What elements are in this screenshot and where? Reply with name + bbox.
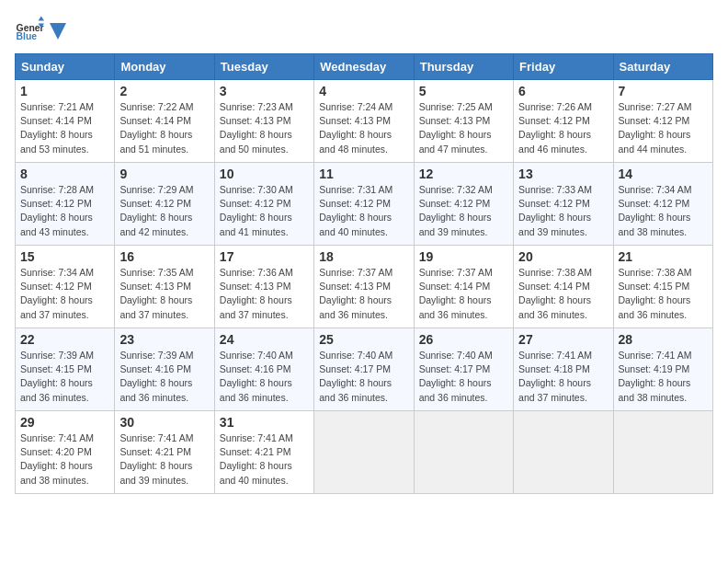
day-number: 4 [319,84,408,98]
day-info: Sunrise: 7:34 AMSunset: 4:12 PMDaylight:… [20,267,94,320]
day-number: 1 [20,84,109,98]
day-number: 15 [20,249,109,264]
day-number: 13 [518,167,608,181]
calendar-cell: 4 Sunrise: 7:24 AMSunset: 4:13 PMDayligh… [314,80,414,163]
day-number: 7 [619,84,708,98]
calendar-week-row: 15 Sunrise: 7:34 AMSunset: 4:12 PMDaylig… [16,246,713,328]
calendar-header-saturday: Saturday [613,54,712,80]
calendar-table: SundayMondayTuesdayWednesdayThursdayFrid… [15,53,713,494]
calendar-cell: 31 Sunrise: 7:41 AMSunset: 4:21 PMDaylig… [214,411,313,494]
day-number: 14 [619,167,708,181]
calendar-week-row: 1 Sunrise: 7:21 AMSunset: 4:14 PMDayligh… [16,80,713,163]
day-info: Sunrise: 7:30 AMSunset: 4:12 PMDaylight:… [220,184,293,237]
calendar-cell: 3 Sunrise: 7:23 AMSunset: 4:13 PMDayligh… [214,80,313,163]
day-info: Sunrise: 7:27 AMSunset: 4:12 PMDaylight:… [619,101,692,155]
day-info: Sunrise: 7:35 AMSunset: 4:13 PMDaylight:… [119,267,193,320]
calendar-cell: 20 Sunrise: 7:38 AMSunset: 4:14 PMDaylig… [514,246,613,328]
page-header: General Blue [15,15,713,44]
day-info: Sunrise: 7:41 AMSunset: 4:19 PMDaylight:… [619,350,692,403]
day-info: Sunrise: 7:31 AMSunset: 4:12 PMDaylight:… [319,184,392,237]
day-number: 19 [419,249,508,264]
day-number: 8 [20,167,109,181]
calendar-cell: 14 Sunrise: 7:34 AMSunset: 4:12 PMDaylig… [613,163,712,246]
calendar-cell: 5 Sunrise: 7:25 AMSunset: 4:13 PMDayligh… [414,80,513,163]
day-info: Sunrise: 7:38 AMSunset: 4:15 PMDaylight:… [619,267,692,320]
calendar-cell: 6 Sunrise: 7:26 AMSunset: 4:12 PMDayligh… [514,80,613,163]
calendar-header-sunday: Sunday [16,54,115,80]
day-info: Sunrise: 7:33 AMSunset: 4:12 PMDaylight:… [518,184,592,237]
calendar-cell: 18 Sunrise: 7:37 AMSunset: 4:13 PMDaylig… [314,246,414,328]
day-number: 27 [518,332,608,347]
calendar-week-row: 8 Sunrise: 7:28 AMSunset: 4:12 PMDayligh… [16,163,713,246]
calendar-cell: 17 Sunrise: 7:36 AMSunset: 4:13 PMDaylig… [214,246,313,328]
day-info: Sunrise: 7:40 AMSunset: 4:17 PMDaylight:… [319,350,392,403]
calendar-cell [514,411,613,494]
day-info: Sunrise: 7:26 AMSunset: 4:12 PMDaylight:… [518,101,592,155]
day-number: 10 [220,167,309,181]
calendar-cell [314,411,414,494]
calendar-header-friday: Friday [514,54,613,80]
calendar-header-tuesday: Tuesday [214,54,313,80]
calendar-header-monday: Monday [115,54,214,80]
day-number: 17 [220,249,309,264]
day-info: Sunrise: 7:41 AMSunset: 4:21 PMDaylight:… [220,432,293,486]
day-info: Sunrise: 7:40 AMSunset: 4:16 PMDaylight:… [220,350,293,403]
day-info: Sunrise: 7:21 AMSunset: 4:14 PMDaylight:… [20,101,94,155]
day-number: 16 [119,249,209,264]
day-number: 24 [220,332,309,347]
calendar-cell: 9 Sunrise: 7:29 AMSunset: 4:12 PMDayligh… [115,163,214,246]
day-number: 6 [518,84,608,98]
svg-text:Blue: Blue [17,31,38,41]
day-info: Sunrise: 7:25 AMSunset: 4:13 PMDaylight:… [419,101,493,155]
calendar-header-thursday: Thursday [414,54,513,80]
calendar-cell: 25 Sunrise: 7:40 AMSunset: 4:17 PMDaylig… [314,328,414,411]
calendar-cell: 10 Sunrise: 7:30 AMSunset: 4:12 PMDaylig… [214,163,313,246]
day-info: Sunrise: 7:37 AMSunset: 4:13 PMDaylight:… [319,267,392,320]
logo: General Blue [15,15,68,44]
day-info: Sunrise: 7:39 AMSunset: 4:15 PMDaylight:… [20,350,94,403]
day-number: 12 [419,167,508,181]
calendar-week-row: 22 Sunrise: 7:39 AMSunset: 4:15 PMDaylig… [16,328,713,411]
day-info: Sunrise: 7:40 AMSunset: 4:17 PMDaylight:… [419,350,493,403]
calendar-week-row: 29 Sunrise: 7:41 AMSunset: 4:20 PMDaylig… [16,411,713,494]
day-number: 11 [319,167,408,181]
day-info: Sunrise: 7:39 AMSunset: 4:16 PMDaylight:… [119,350,193,403]
calendar-cell: 23 Sunrise: 7:39 AMSunset: 4:16 PMDaylig… [115,328,214,411]
day-number: 26 [419,332,508,347]
day-info: Sunrise: 7:37 AMSunset: 4:14 PMDaylight:… [419,267,493,320]
calendar-cell: 8 Sunrise: 7:28 AMSunset: 4:12 PMDayligh… [16,163,115,246]
day-info: Sunrise: 7:24 AMSunset: 4:13 PMDaylight:… [319,101,392,155]
calendar-cell: 13 Sunrise: 7:33 AMSunset: 4:12 PMDaylig… [514,163,613,246]
day-info: Sunrise: 7:41 AMSunset: 4:21 PMDaylight:… [119,432,193,486]
svg-marker-2 [39,17,44,21]
day-info: Sunrise: 7:36 AMSunset: 4:13 PMDaylight:… [220,267,293,320]
calendar-header-wednesday: Wednesday [314,54,414,80]
calendar-cell: 7 Sunrise: 7:27 AMSunset: 4:12 PMDayligh… [613,80,712,163]
day-number: 30 [119,415,209,430]
calendar-cell: 12 Sunrise: 7:32 AMSunset: 4:12 PMDaylig… [414,163,513,246]
day-number: 3 [220,84,309,98]
day-info: Sunrise: 7:28 AMSunset: 4:12 PMDaylight:… [20,184,94,237]
calendar-cell: 1 Sunrise: 7:21 AMSunset: 4:14 PMDayligh… [16,80,115,163]
day-number: 2 [119,84,209,98]
calendar-cell: 21 Sunrise: 7:38 AMSunset: 4:15 PMDaylig… [613,246,712,328]
calendar-cell: 19 Sunrise: 7:37 AMSunset: 4:14 PMDaylig… [414,246,513,328]
day-number: 31 [220,415,309,430]
calendar-cell: 24 Sunrise: 7:40 AMSunset: 4:16 PMDaylig… [214,328,313,411]
day-info: Sunrise: 7:23 AMSunset: 4:13 PMDaylight:… [220,101,293,155]
calendar-cell: 16 Sunrise: 7:35 AMSunset: 4:13 PMDaylig… [115,246,214,328]
calendar-cell: 11 Sunrise: 7:31 AMSunset: 4:12 PMDaylig… [314,163,414,246]
day-number: 23 [119,332,209,347]
logo-icon: General Blue [15,15,44,44]
day-number: 5 [419,84,508,98]
day-info: Sunrise: 7:34 AMSunset: 4:12 PMDaylight:… [619,184,692,237]
calendar-cell: 15 Sunrise: 7:34 AMSunset: 4:12 PMDaylig… [16,246,115,328]
day-number: 25 [319,332,408,347]
calendar-cell: 22 Sunrise: 7:39 AMSunset: 4:15 PMDaylig… [16,328,115,411]
day-number: 20 [518,249,608,264]
calendar-cell [613,411,712,494]
day-number: 28 [619,332,708,347]
day-info: Sunrise: 7:32 AMSunset: 4:12 PMDaylight:… [419,184,493,237]
calendar-cell: 29 Sunrise: 7:41 AMSunset: 4:20 PMDaylig… [16,411,115,494]
calendar-cell: 2 Sunrise: 7:22 AMSunset: 4:14 PMDayligh… [115,80,214,163]
